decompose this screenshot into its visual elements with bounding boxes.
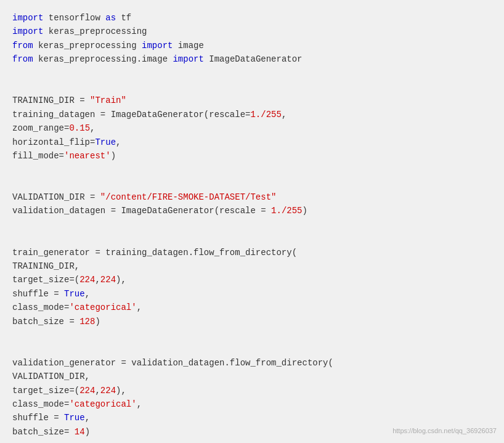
code-block: import tensorflow as tf import keras_pre… xyxy=(12,11,492,439)
watermark: https://blog.csdn.net/qq_36926037 xyxy=(392,427,497,434)
code-container: import tensorflow as tf import keras_pre… xyxy=(0,0,504,443)
